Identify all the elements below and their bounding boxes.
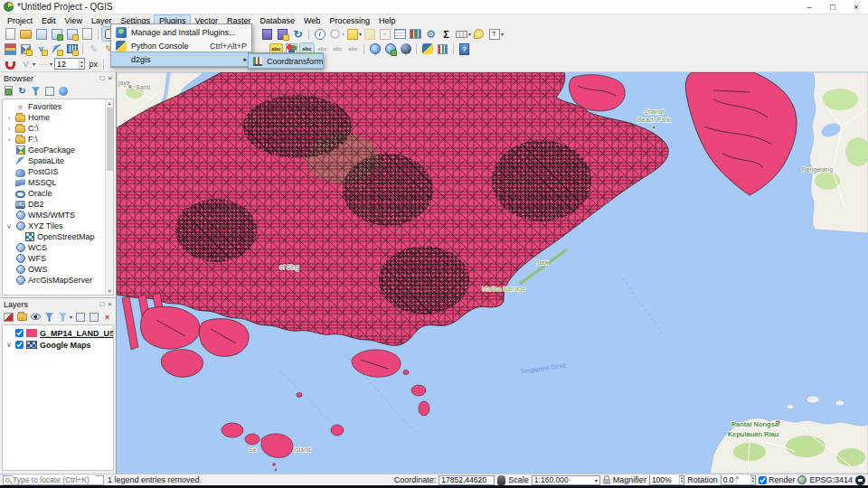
browser-add-layer-button[interactable] [3,85,14,97]
web-plugin-button[interactable] [383,42,397,56]
new-spatialite-layer-button[interactable] [50,42,63,56]
menu-processing[interactable]: Processing [325,15,374,26]
zoom-to-selection-button[interactable] [328,27,342,41]
browser-item-openstreetmap[interactable]: OpenStreetMap [3,231,113,242]
minimize-button[interactable]: – [797,0,821,14]
processing-toolbox-button[interactable]: ⚙ [424,27,438,41]
save-template-button[interactable] [65,27,79,41]
crs-label[interactable]: EPSG:3414 [809,475,853,484]
messages-button[interactable] [855,475,865,485]
locate-box[interactable] [3,475,104,485]
close-button[interactable]: × [844,0,868,14]
layer-row-land-use[interactable]: G_MP14_LAND_USE_PL [3,327,113,339]
coordinate-input[interactable] [439,475,495,485]
layer-row-google-maps[interactable]: ∨ Google Maps [3,339,113,351]
magnifier-input[interactable] [650,475,679,484]
zoom-next-button[interactable] [276,27,289,41]
new-geopackage-layer-button[interactable] [19,42,33,56]
crs-globe-icon[interactable] [797,475,807,484]
zoom-last-button[interactable] [260,27,274,41]
browser-item-spatialite[interactable]: SpatiaLite [3,155,113,166]
lock-scale-icon[interactable] [603,479,610,484]
collapse-all-button[interactable] [88,311,99,323]
browser-item-favorites[interactable]: ★Favorites [3,101,113,112]
browser-item-arcgis-mapserver[interactable]: ArcGisMapServer [3,275,113,286]
menu-item-manage-plugins[interactable]: Manage and Install Plugins... [111,25,251,39]
menu-edit[interactable]: Edit [37,15,61,26]
save-project-as-button[interactable] [50,27,63,41]
menu-item-python-console[interactable]: Python Console Ctrl+Alt+P [111,39,251,52]
filter-legend-button[interactable] [43,311,55,323]
add-group-button[interactable] [16,311,28,323]
browser-item-xyz-tiles[interactable]: ∨XYZ Tiles [3,221,113,231]
rotation-input[interactable] [722,475,750,484]
browser-float-button[interactable]: □ [99,74,104,82]
snapping-tolerance-spinner[interactable]: ▴▾ [54,58,85,70]
layers-float-button[interactable]: □ [99,300,104,308]
render-checkbox-group[interactable]: Render [759,475,796,484]
browser-item-mssql[interactable]: MSSQL [3,177,113,188]
statistical-summary-button[interactable] [409,27,422,41]
identify-features-button[interactable]: i [313,27,326,41]
map-canvas[interactable]: Se Island jaya Santi Changi Beach Park P… [116,72,868,474]
scrollbar-thumb[interactable] [107,108,113,171]
render-checkbox[interactable] [759,476,767,484]
menu-view[interactable]: View [61,15,87,26]
magnifier-spinner[interactable]: ▴▾ [649,475,684,485]
browser-collapse-all-button[interactable] [43,85,55,97]
menu-project[interactable]: Project [3,15,37,26]
text-annotation-button[interactable]: T [487,27,501,41]
layers-close-button[interactable]: × [108,300,112,308]
menu-web[interactable]: Web [299,15,325,26]
menu-help[interactable]: Help [374,15,401,26]
select-by-form-button[interactable] [363,27,376,41]
layer-styling-button[interactable] [3,311,14,323]
maximize-button[interactable]: □ [821,0,844,14]
scroll-down-icon[interactable]: ▼ [108,287,112,295]
menu-item-coordtransform[interactable]: Coordtransform [249,54,323,68]
remove-layer-button[interactable]: × [101,311,113,323]
new-virtual-layer-button[interactable] [65,42,79,56]
open-project-button[interactable] [19,27,33,41]
select-features-button[interactable] [345,27,359,41]
move-label-button[interactable]: abc [346,43,360,54]
snapping-type-button[interactable]: ··· [36,57,50,70]
browser-properties-button[interactable] [57,85,69,97]
map-tips-button[interactable] [472,27,486,41]
rotation-spinner[interactable]: ▴▾ [721,475,756,485]
python-console-button[interactable] [420,42,434,56]
locate-input[interactable] [13,475,96,484]
layout-manager-button[interactable] [80,27,94,41]
browser-item-oracle[interactable]: Oracle [3,188,113,199]
expand-all-button[interactable] [74,311,86,323]
scroll-up-icon[interactable]: ▲ [108,99,112,107]
menu-database[interactable]: Database [256,15,300,26]
data-source-manager-button[interactable] [4,42,17,56]
browser-scrollbar[interactable]: ▲ ▼ [105,99,113,295]
manage-map-themes-button[interactable] [30,311,42,323]
browser-item-geopackage[interactable]: GeoPackage [3,145,113,155]
help-contents-button[interactable]: ? [458,42,471,56]
browser-item-db2[interactable]: DB2DB2 [3,199,113,210]
browser-item-wms[interactable]: WMS/WMTS [3,210,113,221]
layer-visibility-checkbox[interactable] [15,329,24,337]
browser-item-wfs[interactable]: WFS [3,253,113,264]
new-project-button[interactable] [4,27,17,41]
deselect-features-button[interactable]: × [378,27,392,41]
browser-item-ows[interactable]: OWS [3,264,113,275]
new-shapefile-layer-button[interactable]: V [34,42,48,56]
show-statistics-button[interactable]: Σ [439,27,453,41]
scale-combobox[interactable]: 1:160,000 ▾ [532,475,600,485]
filter-by-expression-button[interactable] [57,311,69,323]
browser-filter-button[interactable] [30,85,42,97]
browser-item-f-drive[interactable]: ›F:\ [3,134,113,145]
snapping-mode-button[interactable]: V [19,57,33,70]
layer-visibility-checkbox[interactable] [15,341,24,349]
quickmap-services-button[interactable] [368,42,382,56]
browser-item-home[interactable]: ›Home [3,112,113,123]
toggle-editing-button[interactable]: ✎ [87,42,100,56]
browser-refresh-button[interactable]: ↻ [16,85,28,97]
enable-snapping-button[interactable] [4,57,17,70]
browser-item-c-drive[interactable]: ›C:\ [3,123,113,134]
plugin-bars-button[interactable] [436,42,449,56]
